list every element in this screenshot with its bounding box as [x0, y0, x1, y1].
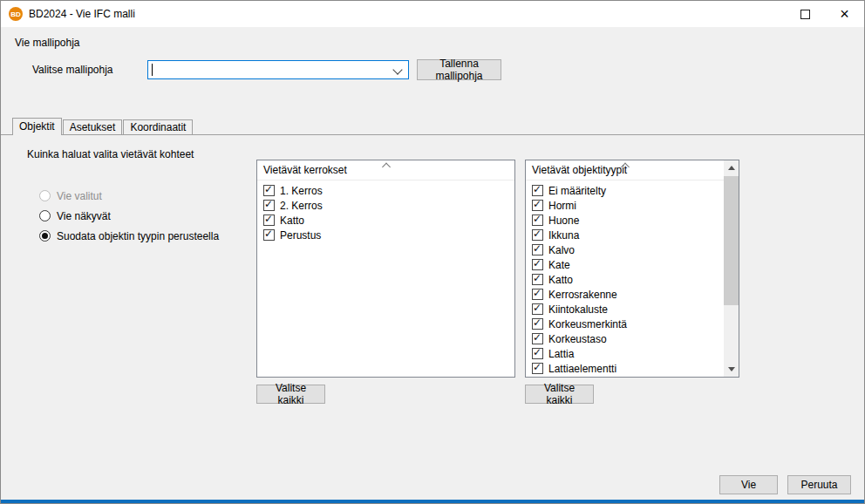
checkbox-icon[interactable]: ✓ [532, 200, 543, 211]
list-item[interactable]: ✓Hormi [526, 198, 724, 213]
check-mark-icon: ✓ [533, 303, 541, 314]
check-mark-icon: ✓ [533, 362, 541, 373]
list-item-label: Ikkuna [548, 229, 579, 242]
list-item-label: Lattiaelementti [548, 363, 616, 375]
select-all-object-types-button[interactable]: Valitse kaikki [525, 385, 594, 404]
list-item[interactable]: ✓Kerrosrakenne [526, 287, 724, 302]
close-icon: × [840, 5, 849, 24]
radio-option-label: Suodata objektin tyypin perusteella [57, 230, 219, 242]
checkbox-icon[interactable]: ✓ [532, 289, 543, 300]
list-item-label: Kiintokaluste [548, 303, 608, 316]
checkbox-icon[interactable]: ✓ [532, 348, 543, 359]
list-item-label: Kate [548, 259, 570, 271]
check-mark-icon: ✓ [533, 243, 541, 255]
radio-option[interactable]: Vie näkyvät [39, 206, 219, 226]
titlebar: BD BD2024 - Vie IFC malli × [1, 1, 864, 27]
check-mark-icon: ✓ [533, 214, 541, 225]
check-mark-icon: ✓ [533, 317, 541, 329]
list-item[interactable]: ✓Kalvo [526, 242, 724, 257]
list-item[interactable]: ✓Kiintokaluste [526, 302, 724, 317]
bottom-accent-strip [1, 500, 864, 503]
check-mark-icon: ✓ [264, 199, 273, 210]
checkbox-icon[interactable]: ✓ [532, 229, 543, 241]
checkbox-icon[interactable]: ✓ [263, 200, 275, 211]
list-item[interactable]: ✓Lattiaelementti [526, 361, 724, 376]
radio-option[interactable]: Suodata objektin tyypin perusteella [39, 226, 219, 246]
object-types-header-label: Vietävät objektityypit [532, 164, 627, 176]
checkbox-icon[interactable]: ✓ [532, 303, 543, 315]
maximize-icon [800, 10, 810, 19]
export-button[interactable]: Vie [719, 475, 778, 494]
check-mark-icon: ✓ [533, 288, 541, 299]
list-item-label: Katto [280, 215, 304, 227]
list-item[interactable]: ✓Kate [526, 257, 724, 272]
save-template-button[interactable]: Tallenna mallipohja [417, 59, 501, 80]
checkbox-icon[interactable]: ✓ [532, 185, 543, 196]
cancel-button[interactable]: Peruuta [787, 475, 851, 494]
checkbox-icon[interactable]: ✓ [532, 363, 543, 374]
list-item-label: Kerrosrakenne [548, 289, 617, 301]
radio-icon [39, 190, 51, 201]
scroll-down-button[interactable] [724, 362, 739, 377]
arrow-up-icon [728, 166, 735, 170]
floors-header-label: Vietävät kerrokset [263, 164, 347, 176]
list-item[interactable]: ✓Korkeusmerkintä [526, 317, 724, 331]
close-button[interactable]: × [825, 1, 864, 27]
checkbox-icon[interactable]: ✓ [532, 244, 543, 255]
tab-asetukset[interactable]: Asetukset [63, 119, 123, 134]
sort-ascending-icon [382, 163, 391, 172]
scroll-up-button[interactable] [724, 160, 739, 175]
list-item[interactable]: ✓1. Kerros [257, 183, 514, 198]
app-logo-icon: BD [9, 7, 23, 21]
tab-objektit[interactable]: Objektit [12, 118, 62, 135]
group-label-template: Vie mallipohja [15, 37, 80, 49]
check-mark-icon: ✓ [533, 228, 541, 240]
chevron-down-icon[interactable] [392, 65, 402, 74]
list-item[interactable]: ✓Lattia [526, 346, 724, 361]
list-item[interactable]: ✓Katto [257, 213, 514, 228]
checkbox-icon[interactable]: ✓ [532, 259, 543, 270]
checkbox-icon[interactable]: ✓ [532, 274, 543, 285]
arrow-down-icon [728, 367, 735, 371]
list-item[interactable]: ✓Ikkuna [526, 228, 724, 242]
check-mark-icon: ✓ [533, 184, 541, 195]
object-types-list-header[interactable]: Vietävät objektityypit [526, 160, 724, 180]
list-item[interactable]: ✓Katto [526, 272, 724, 287]
checkbox-icon[interactable]: ✓ [263, 185, 275, 196]
maximize-button[interactable] [786, 1, 825, 27]
list-item-label: Lattia [548, 348, 574, 360]
list-item[interactable]: ✓Ei määritelty [526, 183, 724, 198]
checkbox-icon[interactable]: ✓ [532, 333, 543, 344]
list-item-label: 2. Kerros [280, 200, 323, 212]
template-combobox[interactable] [147, 60, 409, 79]
scrollbar-thumb[interactable] [724, 176, 739, 305]
window-title: BD2024 - Vie IFC malli [29, 1, 135, 27]
selection-question: Kuinka haluat valita vietävät kohteet [27, 148, 194, 160]
list-item[interactable]: ✓Perustus [257, 228, 514, 242]
select-all-floors-button[interactable]: Valitse kaikki [256, 385, 325, 404]
list-item-label: Hormi [548, 200, 576, 212]
list-item[interactable]: ✓Huone [526, 213, 724, 228]
list-item-label: Korkeusmerkintä [548, 318, 627, 330]
radio-option-label: Vie valitut [57, 190, 102, 202]
vertical-scrollbar[interactable] [724, 160, 739, 377]
dialog-window: BD BD2024 - Vie IFC malli × Vie mallipoh… [0, 0, 865, 504]
check-mark-icon: ✓ [264, 228, 273, 240]
list-item-label: Korkeustaso [548, 333, 607, 345]
checkbox-icon[interactable]: ✓ [263, 229, 275, 241]
object-types-listbox: Vietävät objektityypit ✓Ei määritelty✓Ho… [525, 160, 739, 378]
list-item-label: Huone [548, 215, 579, 227]
list-item[interactable]: ✓2. Kerros [257, 198, 514, 213]
check-mark-icon: ✓ [264, 214, 273, 225]
check-mark-icon: ✓ [533, 347, 541, 358]
tab-koordinaatit[interactable]: Koordinaatit [123, 119, 193, 134]
checkbox-icon[interactable]: ✓ [532, 215, 543, 226]
checkbox-icon[interactable]: ✓ [532, 318, 543, 330]
check-mark-icon: ✓ [264, 184, 273, 195]
radio-icon [39, 210, 51, 221]
template-select-label: Valitse mallipohja [32, 64, 113, 76]
list-item-label: Kalvo [548, 244, 575, 256]
list-item[interactable]: ✓Korkeustaso [526, 331, 724, 346]
checkbox-icon[interactable]: ✓ [263, 215, 275, 226]
floors-list-header[interactable]: Vietävät kerrokset [257, 160, 514, 180]
